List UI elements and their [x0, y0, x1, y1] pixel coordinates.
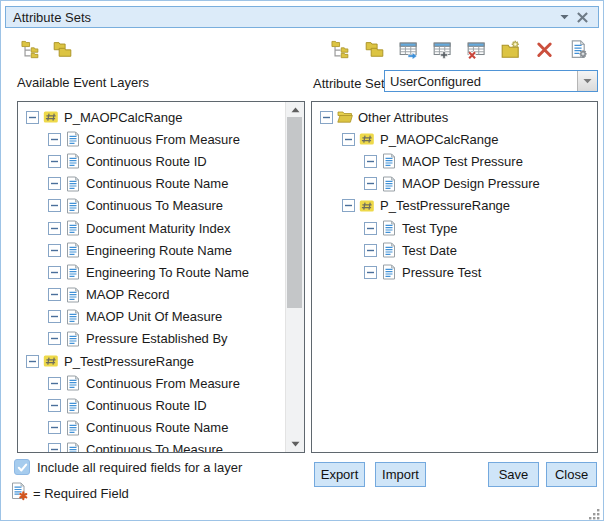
field-doc-icon	[65, 442, 81, 453]
new-attribute-set-button[interactable]	[500, 39, 521, 60]
tree-node-label: Continuous From Measure	[86, 132, 240, 147]
layer-hash-icon	[43, 109, 59, 125]
collapse-toggle-icon[interactable]	[48, 310, 61, 323]
tree-node[interactable]: Continuous To Measure	[18, 439, 285, 453]
tree-node-label: Pressure Test	[402, 265, 481, 280]
tree-node[interactable]: Engineering To Route Name	[18, 261, 285, 283]
collapse-toggle-icon[interactable]	[48, 266, 61, 279]
tree-node[interactable]: Continuous Route Name	[18, 173, 285, 195]
scroll-down-icon[interactable]	[286, 437, 304, 451]
attribute-set-tree[interactable]: Other AttributesP_MAOPCalcRangeMAOP Test…	[312, 106, 597, 284]
collapse-toggle-icon[interactable]	[48, 421, 61, 434]
tree-node[interactable]: Engineering Route Name	[18, 239, 285, 261]
open-folders-button[interactable]	[52, 39, 73, 60]
scrollbar-thumb[interactable]	[287, 117, 302, 308]
tree-node[interactable]: Other Attributes	[312, 106, 597, 128]
collapse-toggle-icon[interactable]	[364, 222, 377, 235]
table-add-button[interactable]	[432, 39, 453, 60]
field-doc-icon	[65, 375, 81, 391]
tree-node[interactable]: Continuous From Measure	[18, 372, 285, 394]
collapse-toggle-icon[interactable]	[48, 155, 61, 168]
collapse-toggle-icon[interactable]	[48, 222, 61, 235]
table-export-button[interactable]	[398, 39, 419, 60]
close-button[interactable]: Close	[546, 462, 597, 487]
attribute-set-panel: Other AttributesP_MAOPCalcRangeMAOP Test…	[311, 101, 598, 453]
collapse-toggle-icon[interactable]	[342, 133, 355, 146]
collapse-toggle-icon[interactable]	[48, 443, 61, 453]
delete-button[interactable]	[534, 39, 555, 60]
collapse-toggle-icon[interactable]	[364, 177, 377, 190]
tree-node[interactable]: MAOP Unit Of Measure	[18, 306, 285, 328]
collapse-toggle-icon[interactable]	[48, 399, 61, 412]
close-icon[interactable]	[573, 8, 591, 26]
collapse-toggle-icon[interactable]	[342, 199, 355, 212]
collapse-toggle-icon[interactable]	[364, 266, 377, 279]
collapse-toggle-icon[interactable]	[48, 133, 61, 146]
footer-buttons: ExportImportSaveClose	[314, 462, 597, 487]
field-doc-icon	[65, 176, 81, 192]
titlebar[interactable]: Attribute Sets	[5, 6, 599, 28]
available-layers-tree[interactable]: P_MAOPCalcRangeContinuous From MeasureCo…	[18, 106, 285, 453]
toolbar-left	[20, 39, 73, 60]
field-doc-icon	[65, 264, 81, 280]
tree-node[interactable]: Continuous Route ID	[18, 394, 285, 416]
field-doc-icon	[65, 287, 81, 303]
tree-node-label: Test Type	[402, 221, 457, 236]
tree-node-label: MAOP Test Pressure	[402, 154, 523, 169]
tree-node[interactable]: P_TestPressureRange	[312, 195, 597, 217]
tree-node[interactable]: Pressure Test	[312, 261, 597, 283]
collapse-toggle-icon[interactable]	[48, 332, 61, 345]
tree-node[interactable]: Test Date	[312, 239, 597, 261]
open-attribute-folders-button[interactable]	[364, 39, 385, 60]
tree-node-label: Other Attributes	[358, 110, 448, 125]
tree-node[interactable]: P_TestPressureRange	[18, 350, 285, 372]
export-button[interactable]: Export	[314, 462, 365, 487]
attribute-set-label: Attribute Set:	[313, 76, 388, 91]
dock-caret-icon[interactable]	[555, 8, 573, 26]
vertical-scrollbar[interactable]	[285, 102, 304, 452]
tree-node[interactable]: MAOP Test Pressure	[312, 150, 597, 172]
collapse-toggle-icon[interactable]	[364, 155, 377, 168]
tree-node-label: Test Date	[402, 243, 457, 258]
include-required-fields-checkbox[interactable]	[14, 459, 30, 475]
collapse-toggle-icon[interactable]	[26, 111, 39, 124]
scroll-up-icon[interactable]	[286, 103, 304, 117]
import-button[interactable]: Import	[375, 462, 426, 487]
tree-node[interactable]: Continuous Route ID	[18, 150, 285, 172]
save-button[interactable]: Save	[488, 462, 539, 487]
tree-node[interactable]: Continuous From Measure	[18, 128, 285, 150]
tree-node[interactable]: MAOP Design Pressure	[312, 173, 597, 195]
tree-node[interactable]: Continuous To Measure	[18, 195, 285, 217]
collapse-toggle-icon[interactable]	[48, 377, 61, 390]
layer-tree-button[interactable]	[20, 39, 41, 60]
collapse-toggle-icon[interactable]	[48, 199, 61, 212]
tree-node-label: MAOP Record	[86, 287, 170, 302]
resize-grip-icon[interactable]	[589, 506, 600, 517]
tree-node-label: Engineering To Route Name	[86, 265, 249, 280]
tree-node-label: Continuous Route ID	[86, 398, 207, 413]
tree-node-label: MAOP Design Pressure	[402, 176, 540, 191]
table-remove-button[interactable]	[466, 39, 487, 60]
attribute-tree-button[interactable]	[330, 39, 351, 60]
tree-node[interactable]: P_MAOPCalcRange	[312, 128, 597, 150]
collapse-toggle-icon[interactable]	[364, 244, 377, 257]
collapse-toggle-icon[interactable]	[26, 355, 39, 368]
tree-node[interactable]: Pressure Established By	[18, 328, 285, 350]
collapse-toggle-icon[interactable]	[48, 288, 61, 301]
layer-hash-icon	[43, 353, 59, 369]
tree-node[interactable]: MAOP Record	[18, 284, 285, 306]
chevron-down-icon[interactable]	[577, 71, 597, 91]
folder-open-icon	[337, 109, 353, 125]
attribute-set-combobox[interactable]: UserConfigured	[384, 70, 598, 92]
collapse-toggle-icon[interactable]	[320, 111, 333, 124]
collapse-toggle-icon[interactable]	[48, 177, 61, 190]
available-layers-panel: P_MAOPCalcRangeContinuous From MeasureCo…	[17, 101, 305, 453]
collapse-toggle-icon[interactable]	[48, 244, 61, 257]
tree-node-label: Pressure Established By	[86, 331, 228, 346]
tree-node[interactable]: Continuous Route Name	[18, 417, 285, 439]
tree-node[interactable]: Document Maturity Index	[18, 217, 285, 239]
report-settings-button[interactable]	[568, 39, 589, 60]
field-doc-icon	[65, 153, 81, 169]
tree-node[interactable]: Test Type	[312, 217, 597, 239]
tree-node[interactable]: P_MAOPCalcRange	[18, 106, 285, 128]
